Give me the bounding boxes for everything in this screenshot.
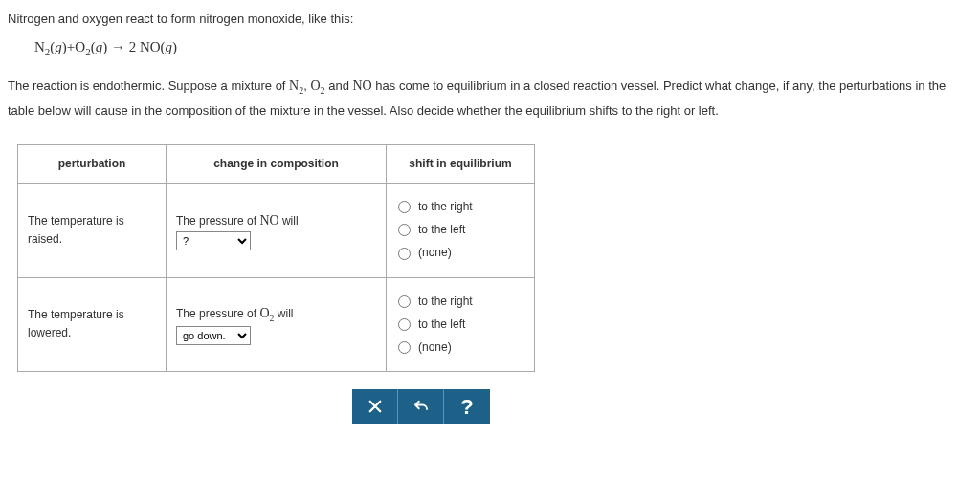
shift-cell: to the right to the left (none): [387, 184, 535, 278]
description-text: The reaction is endothermic. Suppose a m…: [8, 74, 972, 122]
shift-radio[interactable]: [398, 318, 411, 331]
shift-cell: to the right to the left (none): [387, 277, 535, 372]
change-label: The pressure of NO will: [176, 214, 299, 228]
perturbation-cell: The temperature is lowered.: [18, 277, 167, 372]
reaction-equation: N2(g)+O2(g) → 2 NO(g): [34, 35, 972, 61]
table-row: The temperature is lowered. The pressure…: [18, 277, 535, 372]
undo-button[interactable]: [398, 389, 444, 424]
close-icon: [367, 398, 384, 415]
shift-option[interactable]: to the right: [398, 293, 523, 311]
header-change: change in composition: [167, 144, 387, 183]
shift-option[interactable]: to the right: [398, 198, 523, 216]
change-select[interactable]: go down.: [176, 326, 251, 345]
shift-radio[interactable]: [398, 224, 411, 236]
shift-option[interactable]: to the left: [398, 316, 523, 334]
change-select[interactable]: ?: [176, 231, 251, 250]
undo-icon: [412, 398, 430, 415]
close-button[interactable]: [352, 389, 398, 424]
shift-radio[interactable]: [398, 295, 411, 308]
shift-radio[interactable]: [398, 341, 411, 354]
header-perturbation: perturbation: [18, 144, 167, 183]
change-cell: The pressure of O2 will go down.: [167, 277, 387, 372]
intro-text: Nitrogen and oxygen react to form nitrog…: [8, 10, 972, 30]
perturbation-table: perturbation change in composition shift…: [17, 144, 535, 372]
shift-option[interactable]: to the left: [398, 221, 523, 239]
action-bar: ?: [352, 389, 490, 424]
shift-radio[interactable]: [398, 201, 411, 213]
shift-option[interactable]: (none): [398, 244, 523, 262]
perturbation-cell: The temperature is raised.: [18, 184, 167, 278]
shift-radio[interactable]: [398, 248, 411, 260]
help-button[interactable]: ?: [444, 389, 490, 424]
shift-option[interactable]: (none): [398, 338, 523, 357]
header-shift: shift in equilibrium: [387, 144, 535, 183]
change-cell: The pressure of NO will ?: [167, 184, 387, 278]
change-label: The pressure of O2 will: [176, 307, 294, 320]
table-row: The temperature is raised. The pressure …: [18, 184, 535, 278]
